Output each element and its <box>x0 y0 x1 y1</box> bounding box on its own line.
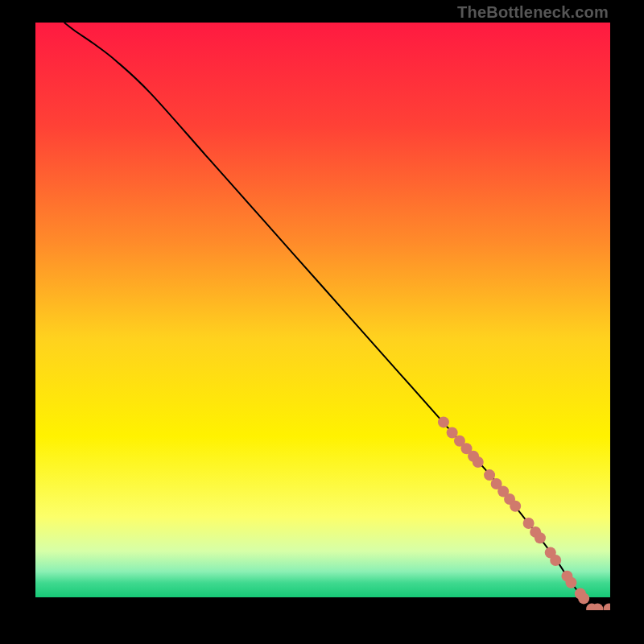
marker-point <box>473 456 484 468</box>
marker-point <box>578 592 589 604</box>
marker-point <box>523 518 535 529</box>
curve-layer <box>35 23 610 610</box>
plot-area <box>35 23 610 610</box>
marker-point <box>604 604 610 610</box>
marker-point <box>438 416 449 427</box>
marker-point <box>535 532 546 543</box>
chart-frame: TheBottleneck.com <box>0 0 644 644</box>
marker-point <box>510 501 521 512</box>
watermark: TheBottleneck.com <box>457 3 609 22</box>
bottleneck-points <box>438 416 610 610</box>
marker-point <box>565 577 576 588</box>
marker-point <box>550 555 561 566</box>
marker-point <box>484 469 495 481</box>
